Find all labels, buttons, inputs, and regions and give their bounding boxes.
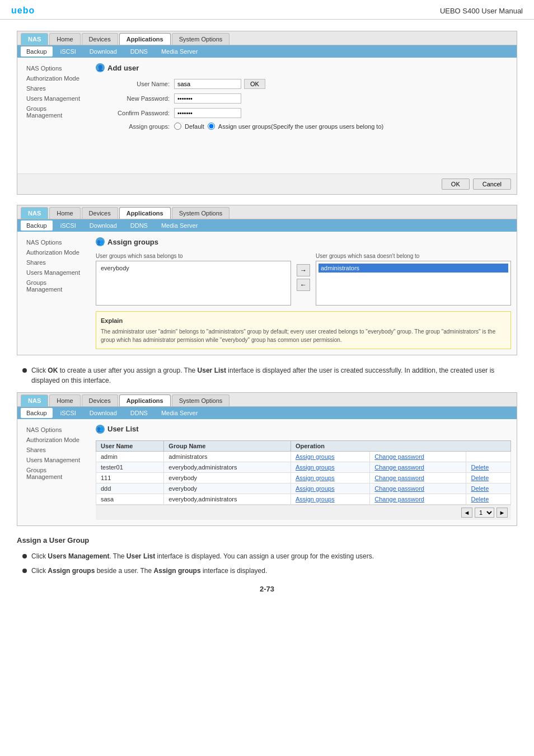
panel2-applications[interactable]: Applications (119, 207, 171, 219)
username-input[interactable] (174, 79, 241, 89)
panel3-system[interactable]: System Options (172, 395, 230, 406)
logo: uebo (11, 6, 35, 16)
assign-groups-radio: Default Assign user groups(Specify the u… (174, 123, 383, 130)
user-list-title: 👥 User List (96, 425, 511, 434)
sidebar-auth-mode[interactable]: Authorization Mode (23, 73, 86, 83)
new-password-input[interactable] (174, 93, 241, 104)
panel1-footer: OK Cancel (17, 173, 517, 194)
bold-assign-groups2: Assign groups (48, 567, 95, 575)
assign-groups-btn[interactable]: Assign groups (296, 464, 335, 471)
delete-btn[interactable]: Delete (471, 475, 489, 481)
table-row: admin administrators Assign groups Chang… (96, 451, 511, 462)
panel3-subnav-download[interactable]: Download (84, 408, 123, 418)
change-password-btn[interactable]: Change password (374, 496, 424, 503)
delete-btn[interactable]: Delete (471, 485, 489, 492)
panel3-subnav-ddns[interactable]: DDNS (125, 408, 153, 418)
subnav-download[interactable]: Download (84, 46, 123, 57)
subnav-backup[interactable]: Backup (21, 46, 53, 57)
change-password-btn[interactable]: Change password (374, 475, 424, 481)
arrow-left-button[interactable]: ← (297, 279, 310, 291)
delete-btn[interactable]: Delete (471, 496, 489, 503)
radio-assign[interactable] (208, 123, 215, 130)
panel3-applications[interactable]: Applications (119, 395, 171, 406)
bold-users-mgmt: Users Management (48, 552, 109, 560)
assign-groups-btn[interactable]: Assign groups (296, 496, 335, 503)
change-password-btn[interactable]: Change password (374, 464, 424, 471)
panel2-home[interactable]: Home (49, 207, 80, 219)
panel3-subnav-media[interactable]: Media Server (156, 408, 203, 418)
panel1-main: 👤 Add user User Name: OK New Password: C… (90, 63, 511, 168)
panel3-users-mgmt[interactable]: Users Management (23, 455, 86, 465)
radio-default[interactable] (174, 123, 181, 130)
username-ok-button[interactable]: OK (244, 79, 265, 89)
assign-groups-btn[interactable]: Assign groups (296, 453, 335, 460)
cell-op1: Assign groups (291, 494, 369, 504)
sidebar-groups-mgmt[interactable]: Groups Management (23, 104, 86, 120)
radio-default-label[interactable]: Default (185, 123, 204, 130)
panel2-system[interactable]: System Options (172, 207, 230, 219)
panel3-home[interactable]: Home (49, 395, 80, 406)
manual-title: UEBO S400 User Manual (440, 7, 523, 15)
cell-op3: Delete (466, 494, 511, 504)
arrow-right-button[interactable]: → (297, 264, 310, 276)
cell-op2: Change password (370, 483, 466, 494)
add-user-icon: 👤 (96, 63, 105, 72)
panel2-nav: NAS Home Devices Applications System Opt… (17, 205, 517, 219)
assign-groups-btn[interactable]: Assign groups (296, 475, 335, 481)
panel3-nas-label: NAS (21, 395, 48, 406)
panel2-devices[interactable]: Devices (82, 207, 118, 219)
pag-prev-button[interactable]: ◄ (461, 508, 472, 518)
cell-op1: Assign groups (291, 483, 369, 494)
panel3-subnav-iscsi[interactable]: iSCSI (55, 408, 82, 418)
delete-btn[interactable]: Delete (471, 464, 489, 471)
left-group-listbox[interactable]: everybody (96, 261, 291, 306)
panel3-groups-mgmt[interactable]: Groups Management (23, 465, 86, 482)
panel2-nas-options[interactable]: NAS Options (23, 237, 86, 247)
cell-user: ddd (96, 483, 164, 494)
subnav-ddns[interactable]: DDNS (125, 46, 153, 57)
panel2-users-mgmt[interactable]: Users Management (23, 267, 86, 278)
panel2-subnav-download[interactable]: Download (84, 220, 123, 231)
panel3-auth-mode[interactable]: Authorization Mode (23, 435, 86, 445)
sidebar-nas-options[interactable]: NAS Options (23, 63, 86, 73)
sidebar-shares[interactable]: Shares (23, 83, 86, 93)
panel2-groups-mgmt[interactable]: Groups Management (23, 278, 86, 294)
pag-page-select[interactable]: 1 (475, 508, 494, 518)
confirm-password-input[interactable] (174, 108, 241, 118)
nav-tab-applications[interactable]: Applications (119, 33, 171, 45)
nav-tab-system[interactable]: System Options (172, 33, 230, 45)
ok-button[interactable]: OK (442, 179, 470, 190)
right-item-administrators[interactable]: administrators (318, 264, 508, 273)
panel3-devices[interactable]: Devices (82, 395, 118, 406)
panel3-shares[interactable]: Shares (23, 445, 86, 455)
change-password-btn[interactable]: Change password (374, 485, 424, 492)
right-group-listbox[interactable]: administrators (316, 261, 511, 306)
username-label: User Name: (96, 81, 174, 87)
left-item-everybody[interactable]: everybody (99, 264, 288, 273)
subnav-mediaserver[interactable]: Media Server (156, 46, 203, 57)
radio-assign-label[interactable]: Assign user groups(Specify the user grou… (218, 123, 383, 130)
assign-groups-btn[interactable]: Assign groups (296, 485, 335, 492)
change-password-btn[interactable]: Change password (374, 453, 424, 460)
nav-tab-home[interactable]: Home (49, 33, 80, 45)
sidebar-users-mgmt[interactable]: Users Management (23, 93, 86, 104)
panel2-auth-mode[interactable]: Authorization Mode (23, 247, 86, 257)
panel2-subnav-iscsi[interactable]: iSCSI (55, 220, 82, 231)
arrow-controls: → ← (297, 253, 310, 291)
cell-group: everybody (164, 483, 291, 494)
panel2-subnav-ddns[interactable]: DDNS (125, 220, 153, 231)
panel3-main: 👥 User List User Name Group Name Operati… (90, 425, 511, 520)
panel2-subnav-media[interactable]: Media Server (156, 220, 203, 231)
assign-user-group-heading: Assign a User Group (17, 536, 517, 544)
cancel-button[interactable]: Cancel (473, 179, 511, 190)
cell-group: administrators (164, 451, 291, 462)
subnav-iscsi[interactable]: iSCSI (55, 46, 82, 57)
panel2-subnav-backup[interactable]: Backup (21, 220, 53, 231)
nav-tab-devices[interactable]: Devices (82, 33, 118, 45)
pag-next-button[interactable]: ► (496, 508, 508, 518)
bullet-item-1: Click OK to create a user after you assi… (22, 365, 517, 386)
panel3-subnav-backup[interactable]: Backup (21, 408, 53, 418)
panel3-nas-options[interactable]: NAS Options (23, 425, 86, 435)
panel2-shares[interactable]: Shares (23, 257, 86, 267)
username-row: User Name: OK (96, 79, 511, 89)
